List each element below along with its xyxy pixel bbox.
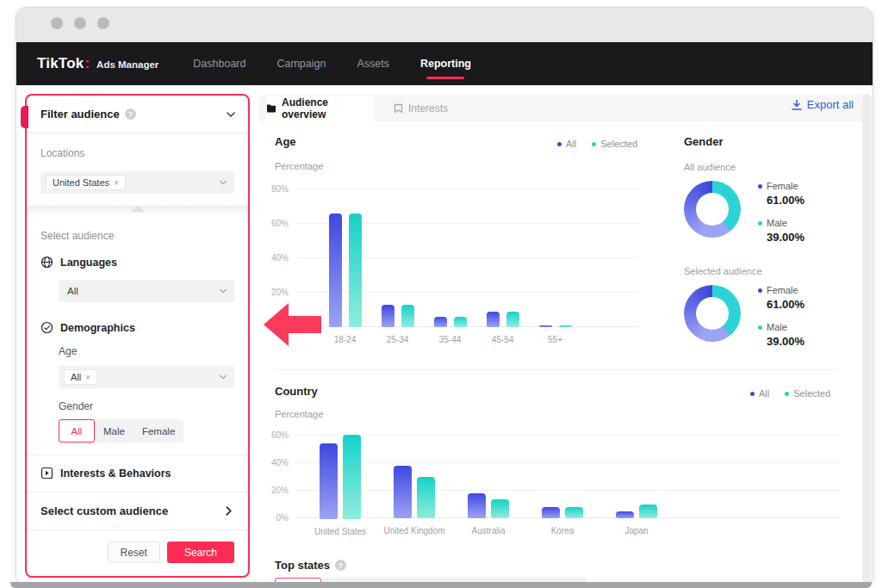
country-y-axis-label: Percentage xyxy=(275,409,323,419)
x-category-label: 45-54 xyxy=(492,335,514,347)
gender-legend-item-female: Female61.00% xyxy=(758,181,804,207)
bar-selected-45-54 xyxy=(506,312,519,327)
panel-shadow-divider xyxy=(27,206,248,216)
category-slot: 18-24 xyxy=(319,189,371,347)
select-audience-label: Select audience xyxy=(40,230,234,242)
age-chip[interactable]: All × xyxy=(64,369,97,385)
gender-slice-value: 61.00% xyxy=(767,298,804,311)
bar-all-45-54 xyxy=(487,312,500,327)
bar-pair xyxy=(329,214,362,327)
gender-legend: Female61.00%Male39.00% xyxy=(758,285,804,348)
close-icon[interactable]: × xyxy=(85,373,90,382)
bar-slots: 18-2425-3435-4445-5455+ xyxy=(319,189,581,347)
category-slot: Australia xyxy=(451,435,525,538)
bar-selected-united-states xyxy=(343,435,361,519)
nav-item-assets[interactable]: Assets xyxy=(357,42,389,85)
gender-section-title: Gender xyxy=(684,135,865,148)
bar-pair xyxy=(394,466,435,518)
nav-item-campaign[interactable]: Campaign xyxy=(276,42,326,85)
bar-all-japan xyxy=(616,511,634,518)
y-tick-label: 60% xyxy=(254,430,289,440)
gender-legend: Female61.00%Male39.00% xyxy=(758,181,804,244)
demographics-section-header: Demographics xyxy=(40,321,234,334)
category-slot: 45-54 xyxy=(476,189,529,347)
legend-dot-all xyxy=(557,142,562,146)
languages-label: Languages xyxy=(60,257,117,269)
bar-selected-18-24 xyxy=(349,214,362,327)
search-button[interactable]: Search xyxy=(167,542,234,563)
location-chip-label: United States xyxy=(53,177,109,188)
tab-interests[interactable]: Interests xyxy=(383,96,458,121)
download-icon xyxy=(791,99,803,111)
y-tick-label: 20% xyxy=(254,486,289,495)
y-tick-label: 80% xyxy=(254,184,289,194)
location-chip[interactable]: United States × xyxy=(46,175,126,190)
age-chip-label: All xyxy=(71,372,81,382)
country-legend: All Selected xyxy=(750,388,830,399)
interests-section-header[interactable]: Interests & Behaviors xyxy=(40,467,234,480)
bar-selected-japan xyxy=(639,504,657,518)
age-label: Age xyxy=(59,345,234,357)
gender-group-label: Selected audience xyxy=(684,266,865,276)
filter-panel-title: Filter audience xyxy=(40,108,120,121)
gender-legend-name: Female xyxy=(758,285,804,295)
report-tabstrip: Audience overview Interests Export all xyxy=(259,94,862,121)
gender-group-row: Female61.00%Male39.00% xyxy=(684,285,865,348)
locations-label: Locations xyxy=(40,147,234,159)
bar-all-35-44 xyxy=(434,317,447,327)
gender-donut-chart xyxy=(684,285,741,342)
gender-slice-label: Female xyxy=(767,285,798,295)
gender-option-male[interactable]: Male xyxy=(95,419,134,443)
languages-section-header: Languages xyxy=(40,256,234,269)
divider xyxy=(27,455,248,455)
gender-slice-value: 39.00% xyxy=(767,335,804,348)
gender-label: Gender xyxy=(59,400,234,412)
window-bottom-edge xyxy=(10,582,872,588)
divider xyxy=(27,492,248,492)
chevron-down-icon[interactable] xyxy=(226,109,236,120)
category-slot: 55+ xyxy=(529,189,581,347)
legend-item-all: All xyxy=(557,139,576,149)
bar-selected-35-44 xyxy=(454,317,467,327)
demographics-icon xyxy=(40,321,53,334)
category-slot: 25-34 xyxy=(371,189,424,347)
help-icon[interactable] xyxy=(125,108,136,120)
x-category-label: Korea xyxy=(551,526,575,538)
window-control-dot[interactable] xyxy=(97,17,109,29)
logo-colon: : xyxy=(84,55,90,72)
country-section-title: Country xyxy=(275,385,318,398)
tiktok-logo[interactable]: TikTok : Ads Manager xyxy=(37,55,158,72)
gender-slice-label: Male xyxy=(767,218,787,228)
languages-dropdown[interactable]: All xyxy=(59,280,234,302)
help-icon[interactable] xyxy=(335,560,346,571)
tab-label: Interests xyxy=(408,102,448,115)
window-control-dot[interactable] xyxy=(51,17,63,29)
active-nav-underline xyxy=(426,77,464,79)
interests-label: Interests & Behaviors xyxy=(60,467,171,480)
gender-legend-item-male: Male39.00% xyxy=(758,218,804,244)
y-tick-label: 0% xyxy=(254,513,289,523)
legend-dot-female xyxy=(758,184,762,189)
close-icon[interactable]: × xyxy=(114,178,119,188)
export-all-button[interactable]: Export all xyxy=(791,98,854,111)
demographics-label: Demographics xyxy=(60,322,135,334)
browser-window: TikTok : Ads Manager DashboardCampaignAs… xyxy=(16,7,873,583)
window-control-dot[interactable] xyxy=(74,17,86,29)
tab-audience-overview[interactable]: Audience overview xyxy=(266,96,375,121)
x-category-label: Australia xyxy=(472,526,506,538)
gender-option-female[interactable]: Female xyxy=(134,419,183,443)
age-dropdown[interactable]: All × xyxy=(59,366,234,388)
x-category-label: 18-24 xyxy=(334,335,357,347)
locations-dropdown[interactable]: United States × xyxy=(40,171,234,194)
category-slot: United Kingdom xyxy=(377,435,451,538)
custom-audience-row[interactable]: Select custom audience xyxy=(40,504,234,517)
gender-option-all[interactable]: All xyxy=(59,419,95,443)
nav-item-dashboard[interactable]: Dashboard xyxy=(193,42,245,85)
nav-item-reporting[interactable]: Reporting xyxy=(420,42,471,85)
bar-pair xyxy=(434,317,467,327)
legend-dot-all xyxy=(750,392,755,396)
interests-icon xyxy=(40,467,53,480)
custom-audience-label: Select custom audience xyxy=(40,504,168,517)
filter-panel-header[interactable]: Filter audience xyxy=(27,96,248,133)
reset-button[interactable]: Reset xyxy=(108,542,160,563)
